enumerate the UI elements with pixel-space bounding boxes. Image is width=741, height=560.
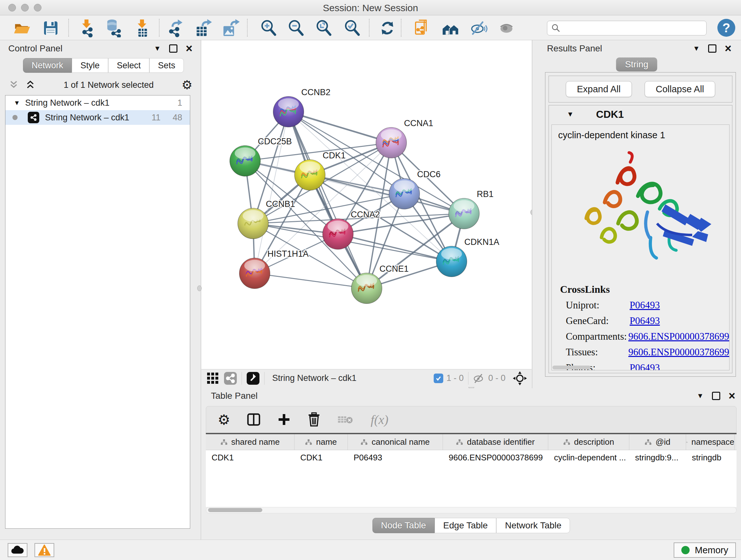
crosslink-value-link[interactable]: P06493 [630,360,660,370]
network-overview-icon[interactable] [224,372,237,385]
tab-style[interactable]: Style [72,58,108,73]
entry-collapse-caret[interactable]: ▼ [567,110,574,118]
edge-CCNB2-CCNE1[interactable] [288,112,367,288]
table-cell[interactable]: P06493 [348,450,443,465]
results-panel: Results Panel ▼ × String Expand All Coll… [532,40,741,388]
node-CDKN1A[interactable]: CDKN1A [436,237,499,277]
center-view-icon[interactable] [513,371,527,386]
cloud-button[interactable] [8,543,27,557]
panel-close-icon[interactable]: × [729,392,735,400]
tab-edge-table[interactable]: Edge Table [434,518,496,533]
help-button[interactable]: ? [718,19,735,37]
column-header-description[interactable]: description [548,434,629,450]
panel-float-icon[interactable] [712,392,720,400]
table-hscrollbar-thumb[interactable] [208,508,262,512]
panel-close-icon[interactable]: × [725,44,731,53]
import-network-database-button[interactable] [103,17,124,39]
column-header-name[interactable]: name [294,434,348,450]
zoom-fit-button[interactable] [313,17,334,39]
birdseye-grid-icon[interactable] [206,372,219,385]
warnings-button[interactable] [35,543,54,557]
tab-select[interactable]: Select [108,58,149,73]
tree-expand-caret[interactable]: ▼ [14,99,20,107]
tab-network[interactable]: Network [23,58,72,73]
crosslink-value-link[interactable]: 9606.ENSP00000378699 [628,344,729,360]
network-collection-row[interactable]: ▼ String Network – cdk1 1 [5,96,190,110]
network-row[interactable]: String Network – cdk1 11 48 [5,110,190,125]
expand-all-button[interactable]: Expand All [566,81,632,97]
panel-collapse-icon[interactable]: ▼ [154,44,161,53]
node-CCNA2[interactable]: CCNA2 [323,210,380,249]
table-cell[interactable]: 9606.ENSP00000378699 [443,450,548,465]
table-cell[interactable]: stringdb [686,450,735,465]
table-cell[interactable]: stringdb:9... [629,450,686,465]
export-table-button[interactable] [193,17,214,39]
results-scrollbar[interactable] [552,366,591,369]
table-hscrollbar[interactable] [206,507,737,513]
column-header-canonical-name[interactable]: canonical name [348,434,443,450]
show-columns-icon[interactable] [247,413,261,427]
panel-collapse-icon[interactable]: ▼ [697,392,704,400]
results-panel-title: Results Panel [547,44,602,54]
clone-network-button[interactable] [412,17,433,39]
collapse-tree-icon[interactable] [25,79,36,90]
export-network-button[interactable] [165,17,186,39]
selected-checkbox[interactable] [434,374,443,383]
panel-collapse-icon[interactable]: ▼ [693,44,700,53]
zoom-in-button[interactable] [258,17,279,39]
expand-tree-icon[interactable] [8,79,19,90]
open-in-window-icon[interactable] [246,372,260,385]
panel-close-icon[interactable]: × [186,44,192,53]
node-CCNB1[interactable]: CCNB1 [238,199,295,239]
refresh-view-button[interactable] [377,17,398,39]
import-table-file-button[interactable] [131,17,152,39]
tab-node-table[interactable]: Node Table [373,518,434,533]
tab-string[interactable]: String [616,57,657,71]
delete-column-icon[interactable] [307,412,321,427]
table-options-gear-icon[interactable]: ⚙ [218,412,230,428]
node-RB1[interactable]: RB1 [449,189,494,229]
column-header-database-identifier[interactable]: database identifier [443,434,548,450]
crosslink-value-link[interactable]: 9606.ENSP00000378699 [628,328,729,344]
network-options-gear-icon[interactable]: ⚙ [182,78,192,92]
table-row[interactable]: CDK1CDK1P064939606.ENSP00000378699cyclin… [206,450,737,465]
zoom-selected-button[interactable] [341,17,362,39]
memory-button[interactable]: Memory [674,543,736,558]
left-splitter-handle[interactable] [197,286,202,291]
open-session-button[interactable] [11,17,32,39]
zoom-out-button[interactable] [285,17,307,39]
node-label-CCNA2: CCNA2 [351,210,380,219]
search-input[interactable] [561,23,702,34]
node-CCNA1[interactable]: CCNA1 [376,118,433,158]
hide-selected-button[interactable] [468,17,489,39]
title-bar: Session: New Session [0,0,741,15]
node-CDK1[interactable]: CDK1 [294,151,346,190]
edge-HIST1H1A-CCNE1[interactable] [255,273,367,288]
panel-float-icon[interactable] [169,44,178,53]
panel-float-icon[interactable] [708,44,717,53]
string-home-button[interactable] [440,17,461,39]
collapse-all-button[interactable]: Collapse All [645,81,716,97]
edge-CCNB2-CCNA1[interactable] [288,112,391,143]
node-HIST1H1A[interactable]: HIST1H1A [239,249,309,289]
table-cell[interactable]: cyclin-dependent ... [548,450,629,465]
crosslink-value-link[interactable]: P06493 [630,297,660,313]
add-column-icon[interactable] [277,413,291,426]
table-cell[interactable]: CDK1 [294,450,348,465]
column-header-@id[interactable]: @id [629,434,686,450]
node-CCNE1[interactable]: CCNE1 [351,264,409,304]
column-header-namespace[interactable]: namespace [686,434,735,450]
save-session-button[interactable] [40,17,61,39]
export-image-button[interactable] [220,17,241,39]
column-header-shared-name[interactable]: shared name [206,434,294,450]
tab-network-table[interactable]: Network Table [496,518,570,533]
tab-sets[interactable]: Sets [149,58,184,73]
show-all-button[interactable] [496,17,517,39]
column-header-label: description [574,437,614,447]
toolbar-separator [401,19,401,37]
import-network-file-button[interactable] [76,17,97,39]
network-canvas[interactable]: CCNB2CCNA1CDC25BCDK1CDC6RB1CCNB1CCNA2CDK… [201,40,532,369]
crosslink-value-link[interactable]: P06493 [630,313,660,328]
memory-label: Memory [695,545,728,556]
table-cell[interactable]: CDK1 [206,450,294,465]
